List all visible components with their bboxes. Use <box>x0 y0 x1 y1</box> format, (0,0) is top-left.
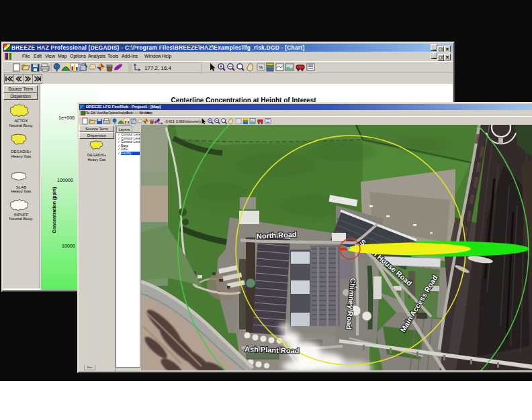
svg-text:177.2, 16.4: 177.2, 16.4 <box>144 65 172 71</box>
svg-text:%: % <box>259 65 263 70</box>
svg-text:-0.423, 0.669 kilometers: -0.423, 0.669 kilometers <box>165 119 201 123</box>
